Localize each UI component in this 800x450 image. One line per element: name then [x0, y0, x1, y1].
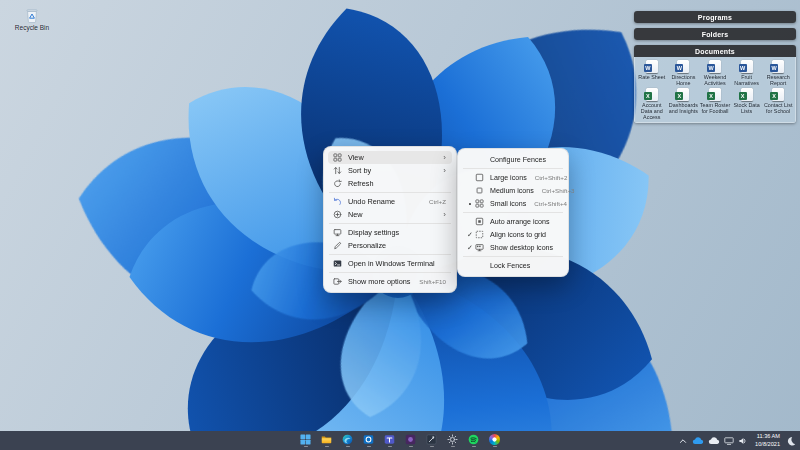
menu-item-undo-rename[interactable]: Undo Rename Ctrl+Z: [328, 195, 452, 208]
file-excel-4[interactable]: X Contact List for School: [762, 88, 794, 120]
clock-date: 10/8/2021: [755, 441, 780, 448]
view-grid-icon: [332, 153, 342, 162]
excel-file-icon: X: [709, 88, 721, 101]
submenu-item-align-icons-to-grid[interactable]: ✓ Align icons to grid: [462, 228, 564, 241]
excel-file-icon: X: [677, 88, 689, 101]
check-icon: ✓: [466, 244, 474, 252]
menu-separator: [329, 272, 451, 273]
file-excel-3[interactable]: X Stock Data Lists: [731, 88, 763, 120]
photos-app-button[interactable]: [488, 431, 501, 450]
word-file-icon: W: [741, 60, 753, 73]
submenu-chevron-icon: ›: [443, 167, 446, 175]
menu-separator: [463, 168, 563, 169]
start-button[interactable]: [299, 431, 312, 450]
teams-icon: [384, 434, 395, 445]
submenu-chevron-icon: ›: [443, 154, 446, 162]
settings-button[interactable]: [446, 431, 459, 450]
menu-separator: [329, 223, 451, 224]
word-file-icon: W: [772, 60, 784, 73]
fence-folders-title[interactable]: Folders: [634, 28, 796, 40]
menu-item-personalize[interactable]: Personalize: [328, 239, 452, 252]
fence-programs-title[interactable]: Programs: [634, 11, 796, 23]
menu-item-view[interactable]: View ›: [328, 151, 452, 164]
submenu-item-show-desktop-icons[interactable]: ✓ Show desktop icons: [462, 241, 564, 254]
undo-icon: [332, 197, 342, 206]
sort-icon: [332, 166, 342, 175]
terminal-icon: [332, 259, 342, 268]
more-options-icon: [332, 277, 342, 286]
edge-button[interactable]: [341, 431, 354, 450]
onedrive-icon[interactable]: [692, 437, 704, 445]
excel-file-icon: X: [772, 88, 784, 101]
menu-item-sort-by[interactable]: Sort by ›: [328, 164, 452, 177]
file-explorer-button[interactable]: [320, 431, 333, 450]
submenu-item-lock-fences[interactable]: Lock Fences: [462, 259, 564, 272]
excel-file-icon: X: [646, 88, 658, 101]
submenu-item-large-icons[interactable]: Large icons Ctrl+Shift+2: [462, 171, 564, 184]
app-purple-button[interactable]: [404, 431, 417, 450]
menu-separator: [463, 212, 563, 213]
auto-arrange-icon: [474, 217, 484, 226]
desktop-icons-icon: [474, 243, 484, 252]
clock-time: 11:36 AM: [755, 433, 780, 440]
outlook-icon: [363, 434, 374, 445]
edge-icon: [342, 434, 353, 445]
menu-separator: [463, 256, 563, 257]
menu-item-open-windows-terminal[interactable]: Open in Windows Terminal: [328, 257, 452, 270]
fence-documents-title[interactable]: Documents: [634, 45, 796, 57]
weather-cloud-icon[interactable]: [708, 437, 720, 445]
context-menu: View › Sort by › Refresh Undo Rename Ctr…: [323, 146, 457, 293]
app-purple-icon: [405, 434, 416, 445]
submenu-item-auto-arrange-icons[interactable]: Auto arrange icons: [462, 215, 564, 228]
view-submenu: Configure Fences Large icons Ctrl+Shift+…: [457, 148, 569, 277]
file-excel-2[interactable]: X Team Roster for Football: [699, 88, 731, 120]
word-file-icon: W: [677, 60, 689, 73]
menu-item-refresh[interactable]: Refresh: [328, 177, 452, 190]
recycle-bin[interactable]: Recycle Bin: [10, 7, 54, 31]
file-word-4[interactable]: W Research Report: [762, 60, 794, 86]
file-word-2[interactable]: W Weekend Activities: [699, 60, 731, 86]
network-display-icon[interactable]: [724, 437, 734, 445]
start-icon: [300, 434, 311, 445]
small-icons-icon: [474, 199, 484, 208]
fence-documents: Documents W Rate Sheet W Directions Home…: [634, 45, 796, 123]
file-word-1[interactable]: W Directions Home: [668, 60, 700, 86]
taskbar-clock[interactable]: 11:36 AM 10/8/2021: [755, 433, 780, 448]
spotify-icon: [468, 434, 479, 445]
fence-documents-body: W Rate Sheet W Directions Home W Weekend…: [634, 57, 796, 123]
file-word-3[interactable]: W Fruit Narratives: [731, 60, 763, 86]
refresh-icon: [332, 179, 342, 188]
taskbar-center-icons: [299, 431, 501, 450]
notes-app-icon: [426, 434, 437, 445]
menu-separator: [329, 254, 451, 255]
submenu-item-small-icons[interactable]: • Small icons Ctrl+Shift+4: [462, 197, 564, 210]
menu-item-display-settings[interactable]: Display settings: [328, 226, 452, 239]
file-excel-1[interactable]: X Dashboards and Insights: [668, 88, 700, 120]
spotify-button[interactable]: [467, 431, 480, 450]
desktop: Recycle Bin Programs Folders Documents W…: [0, 0, 800, 450]
submenu-item-configure-fences[interactable]: Configure Fences: [462, 153, 564, 166]
volume-icon[interactable]: [738, 437, 748, 445]
submenu-item-medium-icons[interactable]: Medium icons Ctrl+Shift+3: [462, 184, 564, 197]
excel-file-icon: X: [741, 88, 753, 101]
outlook-button[interactable]: [362, 431, 375, 450]
personalize-icon: [332, 241, 342, 250]
tray-chevron-up-icon[interactable]: [678, 437, 688, 445]
recycle-bin-label: Recycle Bin: [15, 24, 49, 31]
taskbar-tray: 11:36 AM 10/8/2021: [678, 431, 796, 450]
display-icon: [332, 228, 342, 237]
photos-app-icon: [489, 434, 500, 445]
fence-programs[interactable]: Programs: [634, 11, 796, 23]
fence-folders[interactable]: Folders: [634, 28, 796, 40]
file-excel-0[interactable]: X Account Data and Access: [636, 88, 668, 120]
notes-app-button[interactable]: [425, 431, 438, 450]
focus-assist-moon-icon[interactable]: [786, 436, 796, 446]
word-file-icon: W: [646, 60, 658, 73]
teams-button[interactable]: [383, 431, 396, 450]
large-icons-icon: [474, 173, 484, 182]
menu-item-show-more-options[interactable]: Show more options Shift+F10: [328, 275, 452, 288]
settings-gear-icon: [447, 434, 458, 445]
medium-icons-icon: [474, 186, 484, 195]
menu-item-new[interactable]: New ›: [328, 208, 452, 221]
file-word-0[interactable]: W Rate Sheet: [636, 60, 668, 86]
